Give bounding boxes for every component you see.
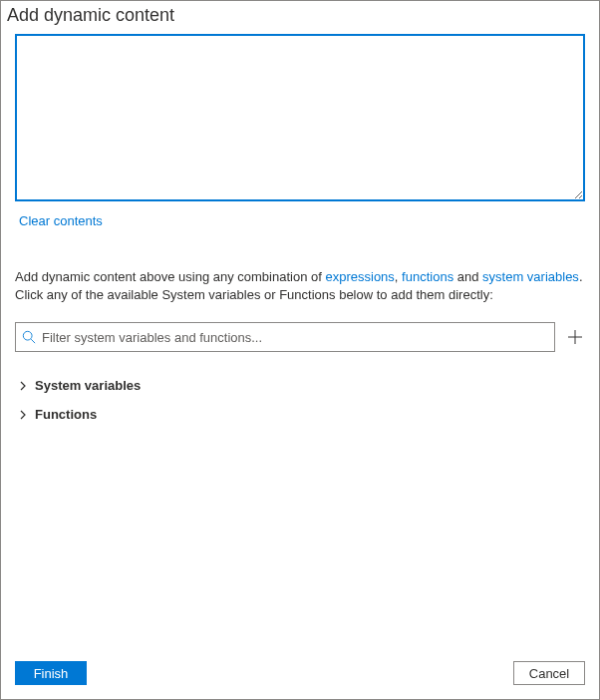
tree: System variables Functions [15, 374, 585, 426]
help-sep1: , [395, 269, 402, 284]
filter-input[interactable] [42, 323, 554, 351]
add-dynamic-content-dialog: Add dynamic content Clear contents Add d… [0, 0, 600, 700]
functions-link[interactable]: functions [402, 269, 453, 284]
tree-item-label: System variables [35, 378, 141, 393]
system-variables-link[interactable]: system variables [482, 269, 579, 284]
dialog-footer: Finish Cancel [1, 649, 599, 699]
svg-point-0 [23, 332, 32, 341]
help-sep2: and [453, 269, 482, 284]
tree-item-system-variables[interactable]: System variables [15, 374, 585, 397]
tree-item-functions[interactable]: Functions [15, 403, 585, 426]
add-button[interactable] [565, 327, 585, 347]
help-prefix: Add dynamic content above using any comb… [15, 269, 325, 284]
filter-input-container[interactable] [15, 322, 555, 352]
search-icon [16, 330, 42, 344]
dialog-title: Add dynamic content [1, 1, 599, 34]
clear-contents-link[interactable]: Clear contents [19, 213, 585, 228]
dialog-content: Clear contents Add dynamic content above… [1, 34, 599, 649]
finish-button[interactable]: Finish [15, 661, 87, 685]
chevron-right-icon [17, 380, 29, 392]
svg-line-1 [31, 340, 35, 344]
expressions-link[interactable]: expressions [325, 269, 394, 284]
chevron-right-icon [17, 409, 29, 421]
filter-row [15, 322, 585, 352]
cancel-button[interactable]: Cancel [513, 661, 585, 685]
help-text: Add dynamic content above using any comb… [15, 268, 585, 304]
dynamic-content-editor[interactable] [15, 34, 585, 201]
tree-item-label: Functions [35, 407, 97, 422]
